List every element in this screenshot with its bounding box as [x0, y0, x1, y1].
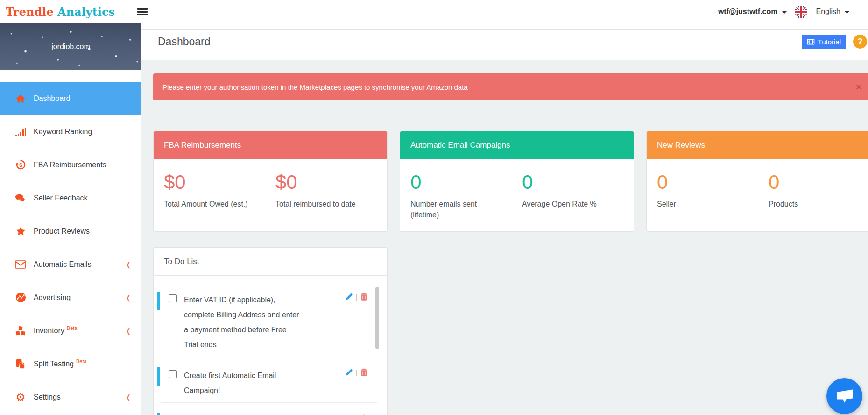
edit-pencil-icon[interactable]: [345, 293, 353, 301]
home-icon: [14, 93, 27, 104]
page-title: Dashboard: [158, 36, 802, 48]
todo-checkbox[interactable]: [169, 294, 177, 302]
stat-value: 0: [522, 172, 634, 192]
todo-item: See how much money Amazon |: [154, 403, 387, 415]
sidebar-item-label: FBA Reimbursements: [34, 161, 106, 169]
chat-bubble-icon: [835, 388, 854, 405]
stat-label: Number emails sent (lifetime): [410, 199, 506, 220]
stat-value: 0: [410, 172, 522, 192]
card-title: FBA Reimbursements: [154, 131, 387, 159]
action-divider: |: [356, 368, 358, 376]
gear-icon: ⚙: [14, 392, 27, 403]
todo-checkbox[interactable]: [169, 370, 177, 378]
chevron-left-icon[interactable]: ❮: [126, 294, 130, 301]
sidebar-item-label: Seller Feedback: [34, 194, 88, 202]
stat-label: Average Open Rate %: [522, 199, 618, 209]
envelope-icon: [14, 260, 27, 269]
chevron-left-icon[interactable]: ❮: [126, 394, 130, 401]
page-header: Dashboard Tutorial ?: [141, 23, 868, 60]
chevron-left-icon[interactable]: ❮: [126, 261, 130, 268]
stat-value: 0: [657, 172, 769, 192]
language-selector[interactable]: English: [816, 7, 840, 16]
todo-item: Create first Automatic Email Campaign! |: [154, 357, 387, 403]
stat-label: Total reimbursed to date: [275, 199, 371, 209]
sidebar-item-seller-feedback[interactable]: Seller Feedback: [0, 181, 141, 215]
todo-list-title: To Do List: [154, 248, 387, 276]
sidebar-item-inventory[interactable]: Inventory Beta ❮: [0, 314, 141, 347]
delete-trash-icon[interactable]: [360, 293, 367, 301]
stat: $0 Total reimbursed to date: [275, 172, 387, 231]
bar-chart-icon: [14, 127, 27, 137]
sidebar: jordiob.com Dashboard Keyword Ranking: [0, 23, 141, 415]
card-new-reviews: New Reviews 0 Seller 0 Products: [646, 131, 868, 232]
help-button[interactable]: ?: [853, 35, 867, 49]
stat-value: $0: [275, 172, 387, 192]
stat: 0 Seller: [657, 172, 769, 231]
app-logo[interactable]: Trendle Analytics: [6, 5, 115, 19]
todo-scrollbar[interactable]: [375, 287, 379, 349]
card-automatic-email-campaigns: Automatic Email Campaigns 0 Number email…: [400, 131, 634, 232]
todo-accent-bar: [157, 292, 160, 310]
summary-cards: FBA Reimbursements $0 Total Amount Owed …: [153, 131, 868, 232]
edit-pencil-icon[interactable]: [345, 368, 353, 376]
todo-list: Enter VAT ID (if applicable), complete B…: [154, 276, 387, 415]
chevron-down-icon[interactable]: [782, 11, 787, 14]
sidebar-item-label: Advertising: [34, 293, 71, 302]
stat-label: Products: [769, 199, 864, 209]
sidebar-item-automatic-emails[interactable]: Automatic Emails ❮: [0, 248, 141, 281]
chevron-left-icon[interactable]: ❮: [126, 327, 130, 335]
delete-trash-icon[interactable]: [360, 368, 367, 376]
tutorial-button-label: Tutorial: [818, 38, 841, 46]
sidebar-item-product-reviews[interactable]: Product Reviews: [0, 215, 141, 248]
sidebar-item-dashboard[interactable]: Dashboard: [0, 82, 141, 115]
chevron-down-icon[interactable]: [845, 11, 849, 14]
logo-secondary: Analytics: [57, 5, 115, 19]
close-icon[interactable]: ✕: [856, 83, 862, 92]
card-fba-reimbursements: FBA Reimbursements $0 Total Amount Owed …: [153, 131, 388, 232]
todo-item-actions: |: [345, 368, 367, 376]
action-divider: |: [356, 293, 358, 301]
sidebar-account-header[interactable]: jordiob.com: [0, 23, 141, 70]
tutorial-button[interactable]: Tutorial: [802, 35, 846, 49]
sidebar-item-advertising[interactable]: Advertising ❮: [0, 281, 141, 314]
sidebar-item-label: Settings: [34, 393, 61, 401]
sidebar-item-label: Split Testing: [34, 360, 74, 368]
stat: 0 Average Open Rate %: [522, 172, 634, 231]
stat-label: Seller: [657, 199, 753, 209]
stat-label: Total Amount Owed (est.): [164, 199, 260, 209]
stat: 0 Products: [769, 172, 868, 231]
account-name: jordiob.com: [51, 43, 90, 51]
star-icon: [14, 226, 27, 236]
sidebar-item-keyword-ranking[interactable]: Keyword Ranking: [0, 115, 141, 148]
todo-accent-bar: [157, 413, 160, 415]
todo-accent-bar: [157, 367, 160, 386]
content: Please enter your authorisation token in…: [141, 60, 868, 415]
topbar-right: wtf@justwtf.com English: [718, 0, 849, 23]
film-icon: [807, 39, 815, 45]
sidebar-item-split-testing[interactable]: Split Testing Beta: [0, 347, 141, 380]
stat: $0 Total Amount Owed (est.): [164, 172, 275, 231]
chat-widget-button[interactable]: [826, 378, 862, 414]
logo-primary: Trendle: [6, 5, 54, 19]
cubes-icon: [14, 326, 27, 336]
sidebar-item-label: Keyword Ranking: [34, 128, 92, 136]
question-mark-icon: ?: [858, 37, 863, 47]
stat: 0 Number emails sent (lifetime): [410, 172, 522, 231]
hamburger-menu-icon[interactable]: [137, 8, 148, 15]
topbar: Trendle Analytics wtf@justwtf.com Englis…: [0, 0, 868, 23]
todo-item: Enter VAT ID (if applicable), complete B…: [154, 281, 387, 357]
user-email-menu[interactable]: wtf@justwtf.com: [718, 7, 778, 16]
sidebar-item-label: Dashboard: [34, 94, 70, 103]
sidebar-menu: Dashboard Keyword Ranking $: [0, 70, 141, 414]
stat-value: $0: [164, 172, 275, 192]
todo-item-actions: |: [345, 293, 367, 301]
uk-flag-icon[interactable]: [795, 6, 807, 18]
pages-icon: [14, 359, 27, 369]
sidebar-item-fba-reimbursements[interactable]: $ FBA Reimbursements: [0, 148, 141, 181]
card-title: Automatic Email Campaigns: [400, 131, 634, 159]
svg-text:$: $: [19, 162, 22, 168]
sidebar-item-settings[interactable]: ⚙ Settings ❮: [0, 380, 141, 414]
todo-item-text: Create first Automatic Email Campaign!: [184, 368, 301, 398]
todo-list-card: To Do List Enter VAT ID (if applicable),…: [153, 247, 388, 415]
card-title: New Reviews: [647, 131, 868, 159]
